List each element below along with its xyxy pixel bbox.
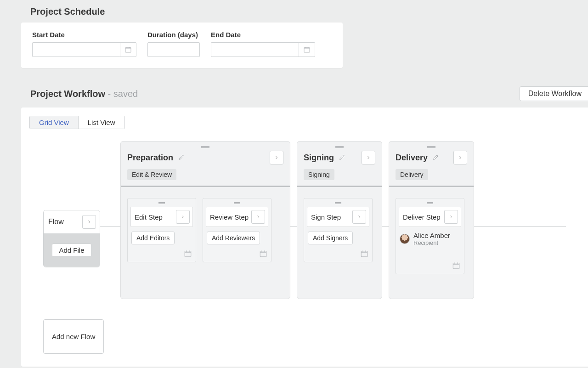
svg-rect-1 [304,47,310,52]
step-card-deliver: Deliver Step Alice Amber Recipient [396,198,464,274]
stage-drag-handle[interactable] [389,142,474,149]
step-expand-button[interactable] [176,210,190,224]
stage-expand-button[interactable] [270,151,283,164]
duration-field: Duration (days) [147,31,200,57]
step-card-review: Review Step Add Reviewers [203,198,271,262]
add-reviewers-button[interactable]: Add Reviewers [207,232,260,244]
duration-label: Duration (days) [147,31,200,39]
section-title-workflow: Project Workflow - saved [30,89,138,99]
end-date-field: End Date [211,31,315,57]
stage-preparation-title: Preparation [127,153,173,163]
stage-signing-title: Signing [304,153,334,163]
chevron-right-icon [357,215,362,219]
add-reviewers-label: Add Reviewers [212,234,255,242]
svg-rect-0 [125,47,131,52]
chevron-right-icon [256,215,260,219]
stage-delivery: Delivery Delivery Deliver S [389,141,474,299]
add-editors-button[interactable]: Add Editors [131,232,175,244]
stage-signing: Signing Signing Sign Step [297,141,382,299]
step-review-title: Review Step [210,213,249,221]
add-file-label: Add File [59,246,84,254]
avatar [400,234,410,244]
stage-drag-handle[interactable] [297,142,382,149]
step-expand-button[interactable] [251,210,265,224]
schedule-panel: Start Date Duration (days) End Date [21,23,343,68]
start-date-field: Start Date [32,31,136,57]
flow-card-title: Flow [48,218,64,226]
connector-line [474,226,566,226]
participant-name: Alice Amber [413,232,450,239]
stage-delivery-title: Delivery [396,153,428,163]
grid-view-label: Grid View [39,119,69,126]
stage-expand-button[interactable] [453,151,467,164]
step-deliver-title: Deliver Step [403,213,441,221]
edit-stage-button[interactable] [178,153,185,162]
stage-expand-button[interactable] [362,151,375,164]
step-drag-handle[interactable] [396,198,464,205]
chevron-right-icon [274,155,279,160]
delete-workflow-label: Delete Workflow [528,90,582,97]
chevron-right-icon [181,215,185,219]
view-toggle: Grid View List View [29,116,125,129]
start-date-label: Start Date [32,31,136,39]
calendar-icon [184,249,192,258]
chevron-right-icon [458,155,463,160]
step-schedule-button[interactable] [259,249,267,259]
participant-role: Recipient [413,239,450,246]
pencil-icon [432,153,440,161]
add-signers-button[interactable]: Add Signers [308,232,353,244]
add-new-flow-button[interactable]: Add new Flow [43,319,104,354]
section-title-schedule: Project Schedule [30,6,588,17]
svg-rect-4 [361,251,368,257]
grid-view-toggle[interactable]: Grid View [30,116,78,129]
stage-signing-tag: Signing [304,169,334,180]
step-expand-button[interactable] [352,210,366,224]
workflow-board: Flow Add File Preparation [29,141,588,302]
flow-card: Flow Add File [43,210,100,267]
step-schedule-button[interactable] [360,249,368,259]
connector-line [100,226,120,226]
edit-stage-button[interactable] [432,153,440,162]
step-drag-handle[interactable] [203,198,271,205]
duration-input[interactable] [147,42,200,57]
workflow-panel: Grid View List View Flow [21,108,588,367]
start-date-calendar-button[interactable] [120,42,136,57]
chevron-right-icon [86,219,92,225]
workflow-title-text: Project Workflow [30,89,105,99]
participant-row: Alice Amber Recipient [400,232,460,246]
end-date-calendar-button[interactable] [299,42,315,57]
step-schedule-button[interactable] [184,249,192,259]
end-date-label: End Date [211,31,315,39]
flow-expand-button[interactable] [82,215,96,229]
pencil-icon [339,153,346,161]
add-file-button[interactable]: Add File [52,243,91,257]
end-date-input[interactable] [211,42,299,57]
calendar-icon [360,249,368,258]
add-editors-label: Add Editors [136,234,170,242]
step-drag-handle[interactable] [128,198,196,205]
step-drag-handle[interactable] [304,198,372,205]
step-expand-button[interactable] [444,210,458,224]
connector-line [290,226,297,226]
delete-workflow-button[interactable]: Delete Workflow [520,86,588,101]
calendar-icon [303,46,311,53]
step-card-sign: Sign Step Add Signers [304,198,373,262]
step-edit-title: Edit Step [135,213,163,221]
start-date-input[interactable] [32,42,120,57]
edit-stage-button[interactable] [339,153,346,162]
add-new-flow-label: Add new Flow [52,333,95,340]
svg-rect-5 [453,263,459,269]
stage-drag-handle[interactable] [121,142,290,149]
chevron-right-icon [366,155,371,160]
step-card-edit: Edit Step Add Editors [127,198,196,262]
step-schedule-button[interactable] [452,261,460,271]
svg-rect-3 [260,251,266,257]
add-signers-label: Add Signers [313,234,348,242]
list-view-toggle[interactable]: List View [78,116,124,129]
pencil-icon [178,153,185,161]
stage-preparation: Preparation Edit & Review [120,141,290,299]
chevron-right-icon [449,215,453,219]
calendar-icon [452,261,460,270]
workflow-status-suffix: - saved [108,89,138,99]
stage-delivery-tag: Delivery [396,169,428,180]
